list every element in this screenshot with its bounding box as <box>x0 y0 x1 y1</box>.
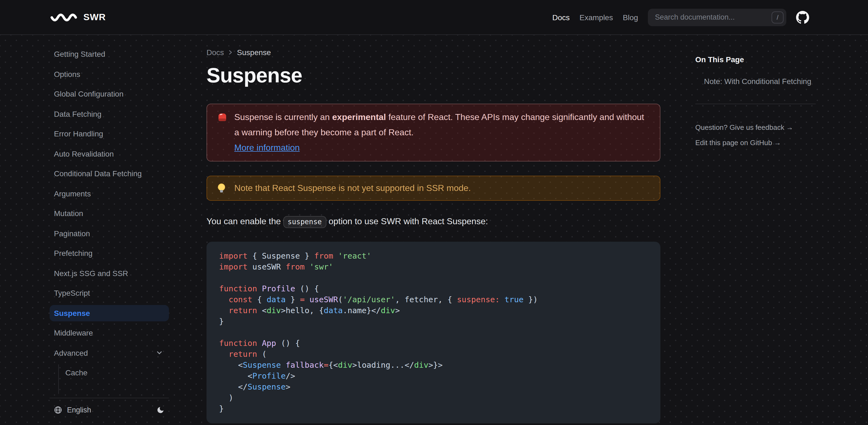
navbar: SWR DocsExamplesBlog / <box>0 0 868 35</box>
sidebar-item-label: Global Configuration <box>54 89 123 98</box>
search-box[interactable]: / <box>648 8 786 26</box>
sidebar-item-global-configuration[interactable]: Global Configuration <box>50 86 169 102</box>
code-line: function Profile () { <box>219 283 652 294</box>
code-block-content: import { Suspense } from 'react'import u… <box>219 250 652 414</box>
sidebar-footer: English <box>50 398 169 425</box>
swr-logo[interactable]: SWR <box>50 12 106 23</box>
code-line: function App () { <box>219 338 652 349</box>
github-link[interactable] <box>796 11 809 24</box>
sidebar-item-label: Advanced <box>54 348 88 357</box>
language-label: English <box>67 406 91 414</box>
sidebar-item-typescript[interactable]: TypeScript <box>50 285 169 301</box>
nav-links: DocsExamplesBlog <box>552 13 638 22</box>
experimental-warning-callout: Suspense is currently an experimental fe… <box>207 104 660 162</box>
intro-paragraph: You can enable the suspense option to us… <box>207 215 660 229</box>
toc-divider <box>695 104 816 104</box>
search-input[interactable] <box>648 13 786 21</box>
ssr-note-callout: Note that React Suspense is not yet supp… <box>207 176 660 201</box>
code-line: ) <box>219 392 652 403</box>
breadcrumb-current: Suspense <box>237 48 271 57</box>
toc-footer-links: Question? Give us feedback →Edit this pa… <box>695 123 816 148</box>
page-body: Getting StartedOptionsGlobal Configurati… <box>0 35 868 425</box>
language-button[interactable]: English <box>54 406 91 414</box>
sidebar-item-label: Prefetching <box>54 249 93 257</box>
code-line: } <box>219 403 652 414</box>
code-line: </Suspense> <box>219 381 652 392</box>
nav-link-docs[interactable]: Docs <box>552 13 570 22</box>
swr-wave-icon <box>50 13 78 22</box>
code-line: import useSWR from 'swr' <box>219 261 652 272</box>
code-line: } <box>219 316 652 327</box>
code-line: return ( <box>219 349 652 360</box>
toc-link-edit-this-page-on-github[interactable]: Edit this page on GitHub → <box>695 138 816 148</box>
sidebar-item-conditional-data-fetching[interactable]: Conditional Data Fetching <box>50 165 169 182</box>
sidebar-item-label: TypeScript <box>54 289 90 298</box>
github-icon <box>796 11 809 24</box>
sidebar-item-label: Arguments <box>54 189 91 198</box>
app-window: SWR DocsExamplesBlog / Getting StartedOp… <box>0 0 868 425</box>
sidebar-item-label: Error Handling <box>54 129 103 138</box>
code-line: <Suspense fallback={<div>loading...</div… <box>219 360 652 370</box>
page-title: Suspense <box>207 62 660 88</box>
toc-link-question-give-us-feedback[interactable]: Question? Give us feedback → <box>695 123 816 133</box>
code-line <box>219 327 652 338</box>
sidebar: Getting StartedOptionsGlobal Configurati… <box>50 35 169 425</box>
sidebar-nested-list: Cache <box>58 364 169 394</box>
code-line: return <div>hello, {data.name}</div> <box>219 305 652 316</box>
sidebar-item-arguments[interactable]: Arguments <box>50 185 169 202</box>
sidebar-item-label: Middleware <box>54 329 93 337</box>
more-information-link[interactable]: More information <box>234 140 300 155</box>
sidebar-item-options[interactable]: Options <box>50 66 169 82</box>
logo-text: SWR <box>83 12 106 23</box>
sidebar-item-prefetching[interactable]: Prefetching <box>50 245 169 261</box>
sidebar-item-cache[interactable]: Cache <box>61 364 169 381</box>
sidebar-item-label: Options <box>54 69 81 78</box>
sidebar-item-label: Suspense <box>54 309 90 317</box>
toc-item-note-with-conditional-fetching[interactable]: Note: With Conditional Fetching <box>695 76 816 86</box>
code-block: import { Suspense } from 'react'import u… <box>207 242 660 423</box>
nav-link-blog[interactable]: Blog <box>623 13 638 22</box>
sidebar-item-label: Getting Started <box>54 50 105 58</box>
bulb-emoji-icon <box>217 183 228 194</box>
sidebar-item-middleware[interactable]: Middleware <box>50 324 169 341</box>
siren-emoji-icon <box>217 110 228 155</box>
sidebar-item-label: Auto Revalidation <box>54 149 114 158</box>
breadcrumb-docs[interactable]: Docs <box>207 48 224 57</box>
chevron-right-icon <box>228 50 233 55</box>
sidebar-item-next-js-ssg-and-ssr[interactable]: Next.js SSG and SSR <box>50 265 169 281</box>
chevron-down-icon <box>156 350 162 356</box>
toc-items: Note: With Conditional Fetching <box>695 76 816 86</box>
sidebar-item-getting-started[interactable]: Getting Started <box>50 46 169 62</box>
sidebar-item-data-fetching[interactable]: Data Fetching <box>50 106 169 122</box>
globe-icon <box>54 406 62 414</box>
sidebar-list: Getting StartedOptionsGlobal Configurati… <box>50 35 169 394</box>
theme-toggle[interactable] <box>156 406 164 414</box>
sidebar-item-label: Conditional Data Fetching <box>54 169 142 178</box>
toc-heading: On This Page <box>695 55 816 64</box>
sidebar-item-label: Pagination <box>54 229 90 237</box>
sidebar-item-label: Next.js SSG and SSR <box>54 269 128 277</box>
code-line <box>219 272 652 283</box>
code-line: <Profile/> <box>219 370 652 381</box>
moon-icon <box>156 406 164 414</box>
note-text: Note that React Suspense is not yet supp… <box>234 180 471 196</box>
main-content: Docs Suspense Suspense Suspense is curre… <box>207 35 660 423</box>
slash-kbd-icon: / <box>772 11 783 23</box>
sidebar-item-pagination[interactable]: Pagination <box>50 225 169 242</box>
sidebar-item-error-handling[interactable]: Error Handling <box>50 125 169 142</box>
sidebar-item-suspense[interactable]: Suspense <box>50 305 169 321</box>
toc-sidebar: On This Page Note: With Conditional Fetc… <box>695 35 816 148</box>
inline-code-suspense: suspense <box>283 216 326 228</box>
warning-text: Suspense is currently an experimental fe… <box>234 110 647 155</box>
nav-link-examples[interactable]: Examples <box>580 13 613 22</box>
sidebar-item-label: Mutation <box>54 209 83 218</box>
nav-right: DocsExamplesBlog / <box>552 8 809 26</box>
sidebar-item-auto-revalidation[interactable]: Auto Revalidation <box>50 145 169 162</box>
sidebar-item-label: Data Fetching <box>54 109 101 118</box>
sidebar-item-advanced[interactable]: Advanced <box>50 344 169 361</box>
breadcrumb: Docs Suspense <box>207 48 660 57</box>
code-line: const { data } = useSWR('/api/user', fet… <box>219 294 652 305</box>
sidebar-item-mutation[interactable]: Mutation <box>50 205 169 222</box>
code-line: import { Suspense } from 'react' <box>219 250 652 261</box>
